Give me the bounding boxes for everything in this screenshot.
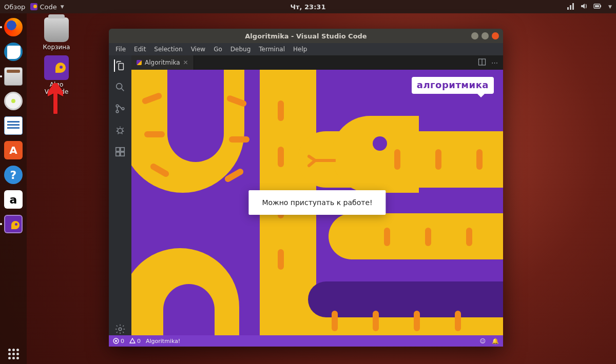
window-close-button[interactable] — [492, 32, 499, 39]
top-panel: Обзор Code ▼ Чт, 23:31 ▼ — [0, 0, 616, 13]
app-menu-label: Code — [40, 3, 56, 11]
status-bell-icon[interactable]: 🔔 — [492, 338, 499, 345]
algoritmika-logo: алгоритмика — [412, 77, 494, 94]
desktop-icon-trash[interactable]: Корзина — [36, 17, 77, 51]
svg-rect-0 — [567, 7, 569, 10]
svg-point-7 — [116, 105, 119, 107]
dock-item-software[interactable] — [3, 139, 24, 161]
split-editor-icon[interactable] — [478, 58, 486, 68]
tab-close-icon[interactable]: ✕ — [183, 59, 188, 66]
window-maximize-button[interactable] — [482, 32, 489, 39]
chevron-down-icon: ▼ — [61, 4, 64, 9]
more-actions-icon[interactable]: ⋯ — [491, 59, 498, 67]
status-feedback-icon[interactable]: ☺ — [480, 338, 486, 345]
activity-scm[interactable] — [114, 103, 126, 115]
menu-bar: File Edit Selection View Go Debug Termin… — [109, 43, 503, 55]
status-errors[interactable]: 0 — [113, 338, 124, 345]
dock-item-firefox[interactable] — [3, 16, 24, 38]
menu-terminal[interactable]: Terminal — [255, 45, 288, 54]
desktop-icon-label: Корзина — [36, 44, 77, 51]
tab-label: Algoritmika — [145, 59, 180, 66]
activity-debug[interactable] — [114, 124, 126, 136]
status-bar: 0 0 Algoritmika! ☺ 🔔 — [109, 335, 503, 347]
editor-area: Algoritmika ✕ ⋯ — [131, 55, 503, 335]
dock-item-files[interactable] — [3, 66, 24, 87]
editor-tabs: Algoritmika ✕ ⋯ — [131, 55, 503, 70]
svg-rect-14 — [121, 148, 124, 151]
svg-point-9 — [122, 108, 124, 110]
menu-help[interactable]: Help — [290, 45, 311, 54]
dock-item-rhythmbox[interactable] — [3, 90, 24, 112]
svg-point-15 — [119, 328, 122, 331]
svg-point-8 — [116, 110, 119, 113]
svg-rect-4 — [600, 5, 601, 7]
tab-algoritmika[interactable]: Algoritmika ✕ — [131, 55, 194, 70]
dock-item-thunderbird[interactable] — [3, 41, 24, 63]
trash-icon — [44, 17, 69, 42]
system-menu-icon[interactable]: ▼ — [608, 4, 612, 9]
status-warnings[interactable]: 0 — [129, 338, 141, 345]
dock-item-amazon[interactable]: a — [3, 189, 24, 210]
svg-point-10 — [118, 128, 122, 133]
welcome-canvas: алгоритмика Можно приступать к работе! — [131, 70, 503, 335]
network-icon[interactable] — [567, 2, 575, 12]
volume-icon[interactable] — [580, 2, 588, 12]
svg-point-6 — [117, 84, 122, 89]
menu-file[interactable]: File — [112, 45, 129, 54]
window-title: Algoritmika - Visual Studio Code — [245, 32, 367, 40]
show-applications-button[interactable] — [0, 343, 27, 364]
clock[interactable]: Чт, 23:31 — [291, 3, 326, 11]
ready-message: Можно приступать к работе! — [248, 190, 386, 215]
app-menu[interactable]: Code ▼ — [30, 3, 64, 11]
menu-go[interactable]: Go — [210, 45, 226, 54]
activity-explorer[interactable] — [114, 59, 126, 72]
dock-item-help[interactable]: ? — [3, 164, 24, 186]
battery-icon[interactable] — [593, 2, 602, 12]
activity-extensions[interactable] — [114, 146, 126, 158]
menu-selection[interactable]: Selection — [150, 45, 186, 54]
svg-rect-13 — [121, 152, 124, 156]
activity-search[interactable] — [114, 81, 126, 93]
window-minimize-button[interactable] — [471, 32, 478, 39]
menu-view[interactable]: View — [187, 45, 209, 54]
algoritmika-tab-icon — [137, 60, 142, 65]
svg-rect-12 — [116, 152, 120, 156]
activity-settings[interactable] — [114, 323, 126, 335]
window-titlebar[interactable]: Algoritmika - Visual Studio Code — [109, 29, 503, 43]
launcher-dock: ? a — [0, 13, 27, 343]
status-extension[interactable]: Algoritmika! — [146, 338, 180, 345]
svg-rect-2 — [572, 3, 574, 10]
annotation-arrow — [45, 83, 66, 114]
activity-bar — [109, 55, 131, 335]
svg-rect-5 — [595, 5, 599, 7]
svg-rect-11 — [116, 148, 120, 151]
dock-item-algo-vscode[interactable] — [3, 213, 24, 235]
activities-button[interactable]: Обзор — [4, 3, 25, 11]
menu-edit[interactable]: Edit — [130, 45, 149, 54]
vscode-window: Algoritmika - Visual Studio Code File Ed… — [109, 29, 503, 347]
algoritmika-icon — [44, 55, 69, 80]
menu-debug[interactable]: Debug — [227, 45, 254, 54]
dock-item-writer[interactable] — [3, 115, 24, 136]
svg-rect-1 — [570, 5, 571, 10]
